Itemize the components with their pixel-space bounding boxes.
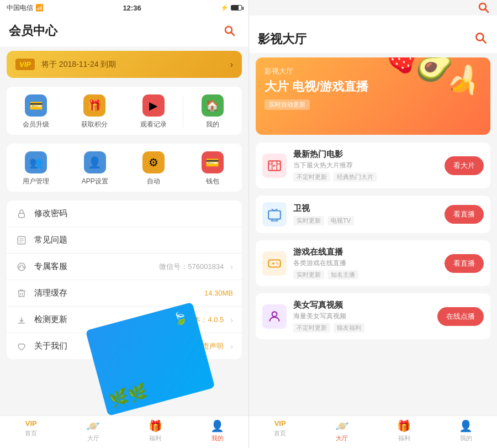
status-left: 中国电信 📶 <box>7 3 44 13</box>
nav-item-home-left[interactable]: VIP 首页 <box>0 419 62 442</box>
watch-game-button[interactable]: 看直播 <box>445 254 484 273</box>
carrier-text: 中国电信 <box>7 3 33 13</box>
game-live-tags: 实时更新 知名主播 <box>293 270 438 280</box>
right-page-title: 影视大厅 <box>258 31 306 48</box>
mgmt-item-auto[interactable]: ⚙ 自动 <box>124 151 183 186</box>
game-live-info: 游戏在线直播 各类游戏在线直播 实时更新 知名主播 <box>293 247 438 280</box>
left-panel: 中国电信 📶 12:36 ⚡ 会员中心 VIP 将于 2018-11-24 到期… <box>0 0 248 448</box>
content-item-beauty-video: 美女写真视频 海量美女写真视频 不定时更新 狼友福利 在线点播 <box>256 293 490 339</box>
tag-3-1: 狼友福利 <box>334 323 364 333</box>
game-live-desc: 各类游戏在线直播 <box>293 259 438 268</box>
mgmt-actions: 👥 用户管理 👤 APP设置 ⚙ 自动 💳 钱包 🌿🌿 🍃 <box>7 144 242 192</box>
home-nav-icon: VIP <box>25 419 37 428</box>
status-right: ⚡ <box>220 4 242 12</box>
watch-movies-button[interactable]: 看大片 <box>445 156 484 175</box>
customer-service-label: 专属客服 <box>34 261 152 272</box>
points-label: 获取积分 <box>81 120 108 129</box>
vip-card[interactable]: VIP 将于 2018-11-24 到期 › <box>7 51 242 78</box>
hall-nav-label-right: 大厅 <box>336 434 348 442</box>
bottom-nav-right: VIP 首页 🪐 大厅 🎁 福利 👤 我的 <box>249 415 497 448</box>
hot-movies-title: 最新热门电影 <box>293 149 438 160</box>
user-mgmt-label: 用户管理 <box>23 177 49 186</box>
movie-icon <box>267 159 282 173</box>
mgmt-item-user[interactable]: 👥 用户管理 <box>7 151 66 186</box>
nav-item-welfare-right[interactable]: 🎁 福利 <box>373 419 435 442</box>
svg-rect-22 <box>268 211 281 219</box>
customer-service-icon <box>15 262 28 272</box>
watch-tv-button[interactable]: 看直播 <box>445 205 484 224</box>
banner-tag: 实时自动更新 <box>265 99 310 110</box>
content-item-tv-live: 卫视 实时更新 电视TV 看直播 <box>256 196 490 233</box>
right-panel: 影视大厅 影视大厅 大片 电视/游戏直播 实时自动更新 🍓🥑🍌 <box>248 0 497 448</box>
hot-movies-tags: 不定时更新 经典热门大片 <box>293 172 438 182</box>
mgmt-item-wallet[interactable]: 💳 钱包 <box>183 151 242 186</box>
welfare-nav-icon: 🎁 <box>149 419 162 433</box>
search-icon-right-top[interactable] <box>477 1 490 14</box>
content-item-game-live: 游戏在线直播 各类游戏在线直播 实时更新 知名主播 看直播 <box>256 240 490 286</box>
watch-beauty-button[interactable]: 在线点播 <box>437 307 484 326</box>
clear-cache-label: 清理缓存 <box>34 288 198 298</box>
vip-badge: VIP <box>15 59 35 70</box>
mgmt-item-app[interactable]: 👤 APP设置 <box>66 151 125 186</box>
wallet-icon: 💳 <box>202 151 224 173</box>
bluetooth-icon: ⚡ <box>220 4 229 12</box>
tv-icon-wrap <box>262 202 287 226</box>
faq-icon <box>15 235 28 245</box>
leaf-icon2: 🍃 <box>171 309 189 327</box>
beauty-video-tags: 不定时更新 狼友福利 <box>293 323 431 333</box>
mine-nav-label-right: 我的 <box>460 434 472 442</box>
quick-item-upgrade[interactable]: 💳 会员升级 <box>7 94 65 129</box>
game-live-title: 游戏在线直播 <box>293 247 438 257</box>
mine-icon: 🏠 <box>202 94 224 117</box>
quick-item-history[interactable]: ▶ 观看记录 <box>124 94 183 129</box>
menu-item-clear-cache[interactable]: 清理缓存 14.30MB <box>7 280 242 307</box>
auto-settings-label: 自动 <box>147 177 160 186</box>
game-icon <box>267 256 282 271</box>
arrow-icon: › <box>230 262 233 271</box>
menu-item-change-pwd[interactable]: 修改密码 <box>7 201 242 227</box>
cache-size-value: 14.30MB <box>204 289 233 297</box>
divider-2 <box>256 236 490 237</box>
menu-item-customer-service[interactable]: 专属客服 微信号：576001834 › <box>7 254 242 280</box>
hall-nav-label: 大厅 <box>87 434 99 442</box>
nav-item-hall-left[interactable]: 🪐 大厅 <box>62 419 125 442</box>
status-bar: 中国电信 📶 12:36 ⚡ <box>0 0 248 15</box>
hot-movies-desc: 当下最火热大片推荐 <box>293 161 438 170</box>
search-icon <box>223 24 236 38</box>
mine-nav-icon: 👤 <box>210 419 224 433</box>
movie-icon-wrap <box>262 154 287 178</box>
right-search-icon <box>474 31 488 45</box>
lock-icon <box>15 209 28 219</box>
menu-item-faq[interactable]: 常见问题 <box>7 227 242 254</box>
right-search-button[interactable] <box>474 31 488 48</box>
content-list: 最新热门电影 当下最火热大片推荐 不定时更新 经典热门大片 看大片 <box>249 139 497 415</box>
tv-live-info: 卫视 实时更新 电视TV <box>293 203 438 225</box>
auto-settings-icon: ⚙ <box>142 151 165 173</box>
svg-marker-21 <box>273 164 276 166</box>
wallet-label: 钱包 <box>206 177 219 186</box>
search-button[interactable] <box>220 21 240 41</box>
quick-item-points[interactable]: 🎁 获取积分 <box>65 94 124 129</box>
svg-line-15 <box>483 40 486 43</box>
svg-line-13 <box>485 9 489 13</box>
tag-3-0: 不定时更新 <box>293 323 330 333</box>
quick-item-mine[interactable]: 🏠 我的 <box>183 94 242 129</box>
game-icon-wrap <box>262 251 287 276</box>
banner[interactable]: 影视大厅 大片 电视/游戏直播 实时自动更新 🍓🥑🍌 <box>256 57 490 135</box>
wifi-icon: 📶 <box>35 4 44 12</box>
content-item-hot-movies: 最新热门电影 当下最火热大片推荐 不定时更新 经典热门大片 看大片 <box>256 143 490 188</box>
hot-movies-info: 最新热门电影 当下最火热大片推荐 不定时更新 经典热门大片 <box>293 149 438 182</box>
svg-point-32 <box>277 263 278 265</box>
nav-item-mine-left[interactable]: 👤 我的 <box>187 419 249 442</box>
user-mgmt-icon: 👥 <box>25 151 47 173</box>
tag-2-1: 知名主播 <box>327 270 358 280</box>
nav-item-welfare-left[interactable]: 🎁 福利 <box>124 419 187 442</box>
svg-point-31 <box>276 262 277 263</box>
nav-item-hall-right[interactable]: 🪐 大厅 <box>311 419 373 442</box>
tv-icon <box>267 207 282 222</box>
history-label: 观看记录 <box>140 120 167 129</box>
left-page-title: 会员中心 <box>9 23 57 39</box>
nav-item-mine-right[interactable]: 👤 我的 <box>435 419 497 442</box>
arrow-icon3: › <box>230 342 233 351</box>
nav-item-home-right[interactable]: VIP 首页 <box>249 419 311 442</box>
